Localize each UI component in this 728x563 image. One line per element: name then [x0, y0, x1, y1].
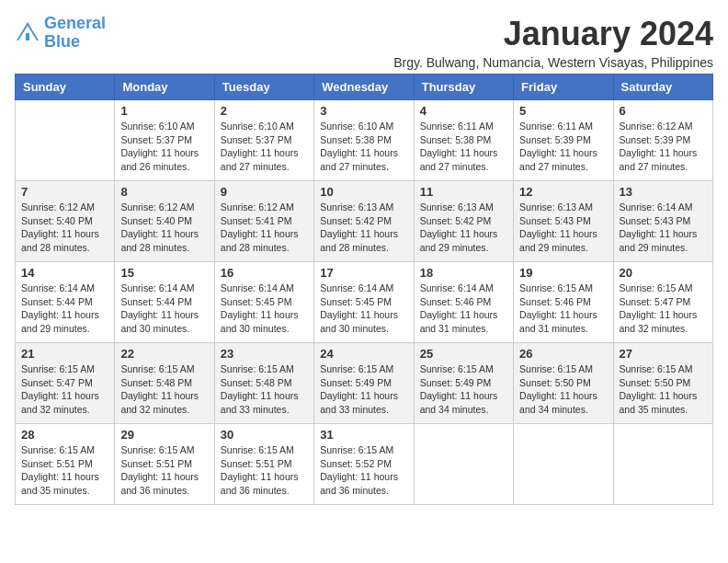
day-cell: 4Sunrise: 6:11 AMSunset: 5:38 PMDaylight…	[414, 100, 513, 181]
header-row: SundayMondayTuesdayWednesdayThursdayFrid…	[16, 75, 713, 100]
day-number: 2	[221, 104, 308, 118]
day-info: Sunrise: 6:15 AMSunset: 5:50 PMDaylight:…	[620, 362, 707, 417]
day-cell: 17Sunrise: 6:14 AMSunset: 5:45 PMDayligh…	[314, 262, 414, 343]
day-number: 9	[221, 185, 308, 199]
day-number: 13	[620, 185, 707, 199]
header-monday: Monday	[115, 75, 214, 100]
week-row-1: 1Sunrise: 6:10 AMSunset: 5:37 PMDaylight…	[16, 100, 713, 181]
day-cell: 30Sunrise: 6:15 AMSunset: 5:51 PMDayligh…	[214, 424, 313, 505]
day-info: Sunrise: 6:10 AMSunset: 5:37 PMDaylight:…	[120, 120, 208, 174]
day-cell: 29Sunrise: 6:15 AMSunset: 5:51 PMDayligh…	[115, 424, 214, 505]
day-info: Sunrise: 6:14 AMSunset: 5:44 PMDaylight:…	[120, 282, 208, 336]
day-info: Sunrise: 6:15 AMSunset: 5:51 PMDaylight:…	[221, 443, 308, 498]
header-sunday: Sunday	[16, 75, 115, 100]
day-number: 3	[320, 104, 407, 118]
week-row-4: 21Sunrise: 6:15 AMSunset: 5:47 PMDayligh…	[16, 343, 713, 424]
calendar-table: SundayMondayTuesdayWednesdayThursdayFrid…	[15, 74, 713, 505]
day-cell: 3Sunrise: 6:10 AMSunset: 5:38 PMDaylight…	[314, 100, 414, 181]
day-number: 23	[221, 347, 308, 361]
header-thursday: Thursday	[414, 75, 513, 100]
day-cell: 14Sunrise: 6:14 AMSunset: 5:44 PMDayligh…	[16, 262, 115, 343]
day-info: Sunrise: 6:15 AMSunset: 5:52 PMDaylight:…	[320, 443, 407, 498]
day-number: 30	[221, 428, 308, 442]
day-number: 14	[21, 266, 108, 280]
day-cell: 7Sunrise: 6:12 AMSunset: 5:40 PMDaylight…	[16, 181, 115, 262]
day-cell: 26Sunrise: 6:15 AMSunset: 5:50 PMDayligh…	[514, 343, 613, 424]
day-number: 8	[120, 185, 208, 199]
calendar-body: 1Sunrise: 6:10 AMSunset: 5:37 PMDaylight…	[16, 100, 713, 505]
day-info: Sunrise: 6:10 AMSunset: 5:37 PMDaylight:…	[221, 120, 308, 174]
day-number: 19	[519, 266, 607, 280]
day-number: 10	[320, 185, 407, 199]
day-info: Sunrise: 6:14 AMSunset: 5:45 PMDaylight:…	[221, 282, 308, 336]
day-info: Sunrise: 6:15 AMSunset: 5:51 PMDaylight:…	[120, 443, 208, 498]
day-cell: 18Sunrise: 6:14 AMSunset: 5:46 PMDayligh…	[414, 262, 513, 343]
day-cell: 23Sunrise: 6:15 AMSunset: 5:48 PMDayligh…	[214, 343, 313, 424]
day-cell: 24Sunrise: 6:15 AMSunset: 5:49 PMDayligh…	[314, 343, 414, 424]
subtitle: Brgy. Bulwang, Numancia, Western Visayas…	[393, 55, 713, 70]
day-cell: 12Sunrise: 6:13 AMSunset: 5:43 PMDayligh…	[514, 181, 613, 262]
day-info: Sunrise: 6:15 AMSunset: 5:50 PMDaylight:…	[519, 362, 607, 417]
day-cell	[414, 424, 513, 505]
day-number: 6	[620, 104, 707, 118]
day-number: 11	[420, 185, 507, 199]
day-info: Sunrise: 6:12 AMSunset: 5:40 PMDaylight:…	[21, 201, 108, 255]
day-cell: 16Sunrise: 6:14 AMSunset: 5:45 PMDayligh…	[214, 262, 313, 343]
day-number: 7	[21, 185, 108, 199]
day-number: 1	[120, 104, 208, 118]
day-info: Sunrise: 6:11 AMSunset: 5:38 PMDaylight:…	[420, 120, 507, 174]
day-number: 5	[519, 104, 607, 118]
day-number: 12	[519, 185, 607, 199]
day-number: 29	[120, 428, 208, 442]
day-info: Sunrise: 6:12 AMSunset: 5:40 PMDaylight:…	[120, 201, 208, 255]
day-cell: 6Sunrise: 6:12 AMSunset: 5:39 PMDaylight…	[613, 100, 712, 181]
header-wednesday: Wednesday	[314, 75, 414, 100]
day-info: Sunrise: 6:13 AMSunset: 5:43 PMDaylight:…	[519, 201, 607, 255]
day-number: 24	[320, 347, 407, 361]
day-info: Sunrise: 6:13 AMSunset: 5:42 PMDaylight:…	[320, 201, 407, 255]
day-cell: 1Sunrise: 6:10 AMSunset: 5:37 PMDaylight…	[115, 100, 214, 181]
day-number: 21	[21, 347, 108, 361]
day-cell: 8Sunrise: 6:12 AMSunset: 5:40 PMDaylight…	[115, 181, 214, 262]
logo: General Blue	[15, 15, 106, 52]
main-title: January 2024	[393, 15, 713, 53]
day-cell: 21Sunrise: 6:15 AMSunset: 5:47 PMDayligh…	[16, 343, 115, 424]
day-cell: 9Sunrise: 6:12 AMSunset: 5:41 PMDaylight…	[214, 181, 313, 262]
day-info: Sunrise: 6:14 AMSunset: 5:46 PMDaylight:…	[420, 282, 507, 336]
logo-text: General Blue	[44, 15, 106, 52]
day-cell: 31Sunrise: 6:15 AMSunset: 5:52 PMDayligh…	[314, 424, 414, 505]
day-number: 27	[620, 347, 707, 361]
day-cell: 28Sunrise: 6:15 AMSunset: 5:51 PMDayligh…	[16, 424, 115, 505]
day-cell: 10Sunrise: 6:13 AMSunset: 5:42 PMDayligh…	[314, 181, 414, 262]
day-number: 31	[320, 428, 407, 442]
calendar-header: SundayMondayTuesdayWednesdayThursdayFrid…	[16, 75, 713, 100]
day-info: Sunrise: 6:15 AMSunset: 5:48 PMDaylight:…	[221, 362, 308, 417]
day-cell	[16, 100, 115, 181]
week-row-2: 7Sunrise: 6:12 AMSunset: 5:40 PMDaylight…	[16, 181, 713, 262]
day-number: 26	[519, 347, 607, 361]
day-info: Sunrise: 6:12 AMSunset: 5:39 PMDaylight:…	[620, 120, 707, 174]
day-info: Sunrise: 6:15 AMSunset: 5:47 PMDaylight:…	[620, 282, 707, 336]
day-cell: 25Sunrise: 6:15 AMSunset: 5:49 PMDayligh…	[414, 343, 513, 424]
day-cell: 27Sunrise: 6:15 AMSunset: 5:50 PMDayligh…	[613, 343, 712, 424]
day-number: 15	[120, 266, 208, 280]
day-info: Sunrise: 6:14 AMSunset: 5:44 PMDaylight:…	[21, 282, 108, 336]
day-number: 22	[120, 347, 208, 361]
day-info: Sunrise: 6:15 AMSunset: 5:46 PMDaylight:…	[519, 282, 607, 336]
logo-icon	[15, 20, 40, 46]
day-number: 16	[221, 266, 308, 280]
day-number: 28	[21, 428, 108, 442]
day-number: 4	[420, 104, 507, 118]
day-cell: 22Sunrise: 6:15 AMSunset: 5:48 PMDayligh…	[115, 343, 214, 424]
week-row-5: 28Sunrise: 6:15 AMSunset: 5:51 PMDayligh…	[16, 424, 713, 505]
header-saturday: Saturday	[613, 75, 712, 100]
day-cell	[514, 424, 613, 505]
day-cell: 5Sunrise: 6:11 AMSunset: 5:39 PMDaylight…	[514, 100, 613, 181]
day-cell: 15Sunrise: 6:14 AMSunset: 5:44 PMDayligh…	[115, 262, 214, 343]
day-info: Sunrise: 6:10 AMSunset: 5:38 PMDaylight:…	[320, 120, 407, 174]
day-info: Sunrise: 6:15 AMSunset: 5:48 PMDaylight:…	[120, 362, 208, 417]
day-info: Sunrise: 6:15 AMSunset: 5:47 PMDaylight:…	[21, 362, 108, 417]
day-info: Sunrise: 6:14 AMSunset: 5:45 PMDaylight:…	[320, 282, 407, 336]
day-info: Sunrise: 6:13 AMSunset: 5:42 PMDaylight:…	[420, 201, 507, 255]
title-block: January 2024 Brgy. Bulwang, Numancia, We…	[393, 15, 713, 70]
